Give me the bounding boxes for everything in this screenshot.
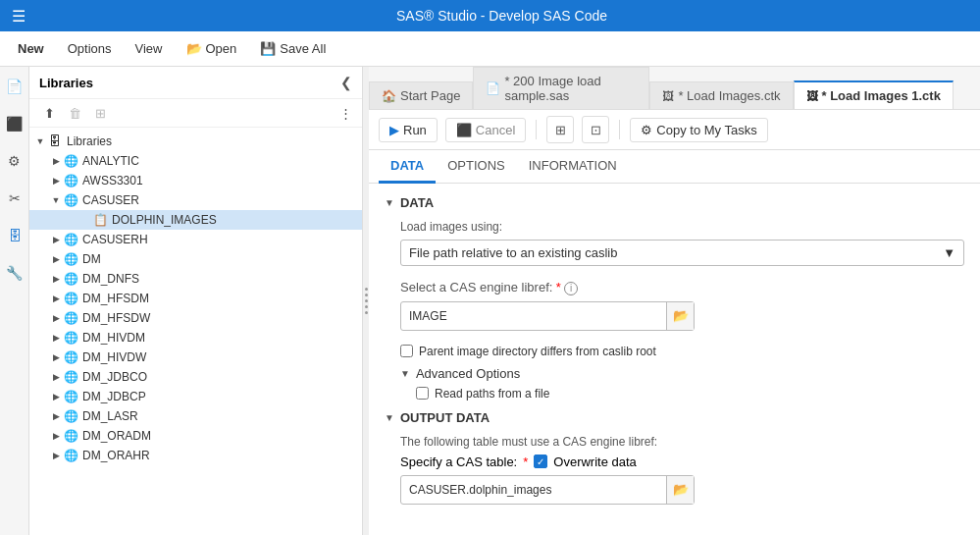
libraries-panel: Libraries ❮ ⬆ 🗑 ⊞ ⋮ ▼ 🗄 Libraries ▶ 🌐 AN…	[29, 67, 363, 535]
dropdown-arrow-icon: ▼	[943, 245, 955, 260]
upload-button[interactable]: ⬆	[39, 103, 59, 123]
read-paths-checkbox-row: Read paths from a file	[416, 387, 964, 401]
tab-image-load[interactable]: 📄 * 200 Image load sample.sas	[473, 67, 649, 109]
parent-image-checkbox[interactable]	[400, 345, 413, 357]
tree-item-dolphin-images[interactable]: 📋 DOLPHIN_IMAGES	[29, 210, 362, 230]
copy-to-tasks-button[interactable]: ⚙ Copy to My Tasks	[630, 118, 767, 142]
sas-file-icon: 📄	[486, 81, 500, 95]
library-icon: 🌐	[63, 192, 78, 208]
resize-dot	[365, 299, 368, 302]
tab-load-images-ctk[interactable]: 🖼 * Load Images.ctk	[649, 81, 793, 109]
output-section-header[interactable]: ▼ OUTPUT DATA	[385, 410, 964, 425]
tree-arrow: ▶	[49, 333, 63, 343]
load-method-dropdown[interactable]: File path relative to an existing caslib…	[400, 240, 964, 266]
toolbar-divider-2	[619, 120, 620, 139]
read-paths-label: Read paths from a file	[435, 387, 549, 401]
tree-item-dm[interactable]: ▶ 🌐 DM	[29, 249, 362, 269]
tree-arrow: ▶	[49, 156, 63, 166]
tree-item-dm-oradm[interactable]: ▶ 🌐 DM_ORADM	[29, 426, 362, 446]
tree-item-dm-hivdw[interactable]: ▶ 🌐 DM_HIVDW	[29, 348, 362, 367]
resize-dot	[365, 288, 368, 291]
sidebar-icon-code[interactable]: ⬛	[3, 112, 26, 135]
toolbar-icon-2[interactable]: ⊡	[582, 116, 609, 143]
tree-item-dm-hfsdw[interactable]: ▶ 🌐 DM_HFSDW	[29, 308, 362, 328]
tab-load-images-1[interactable]: 🖼 * Load Images 1.ctk	[794, 80, 954, 109]
sidebar-icon-snippets[interactable]: ✂	[3, 187, 26, 210]
sidebar-icon-tools[interactable]: 🔧	[3, 261, 26, 285]
toolbar-icon-1[interactable]: ⊞	[546, 116, 574, 143]
tree-arrow: ▶	[49, 411, 63, 421]
task-icon: 🖼	[662, 89, 674, 103]
library-icon: 🌐	[63, 330, 78, 346]
tree-item-casuserh[interactable]: ▶ 🌐 CASUSERH	[29, 230, 362, 249]
library-icon: 🌐	[63, 291, 78, 306]
open-icon: 📂	[186, 41, 202, 56]
section-title: DATA	[400, 195, 434, 210]
cancel-button[interactable]: ⬛ Cancel	[445, 118, 526, 142]
required-indicator-2: *	[523, 455, 528, 469]
overwrite-checkbox[interactable]: ✓	[534, 455, 547, 468]
tree-item-dm-hivdm[interactable]: ▶ 🌐 DM_HIVDM	[29, 328, 362, 348]
tree-arrow: ▶	[49, 451, 63, 460]
section-chevron: ▼	[385, 197, 394, 208]
run-button[interactable]: ▶ Run	[379, 118, 438, 142]
tree-label: DM	[82, 252, 101, 266]
advanced-options-header[interactable]: ▼ Advanced Options	[400, 366, 964, 381]
menu-save-all[interactable]: 💾 Save All	[250, 37, 335, 60]
tree-item-dm-hfsdm[interactable]: ▶ 🌐 DM_HFSDM	[29, 289, 362, 308]
library-icon: 🌐	[63, 251, 78, 267]
tab-start-page[interactable]: 🏠 Start Page	[369, 81, 473, 109]
menu-view[interactable]: View	[126, 37, 173, 60]
tree-item-dm-jdbcp[interactable]: ▶ 🌐 DM_JDBCP	[29, 387, 362, 406]
library-icon: 🌐	[63, 232, 78, 247]
sub-tab-options[interactable]: OPTIONS	[436, 150, 517, 184]
cas-libref-label: Select a CAS engine libref: * i	[400, 280, 964, 295]
cas-libref-input[interactable]	[401, 304, 666, 328]
tree-item-libraries-root[interactable]: ▼ 🗄 Libraries	[29, 132, 362, 151]
menu-open[interactable]: 📂 Open	[177, 37, 247, 60]
libraries-toolbar: ⬆ 🗑 ⊞ ⋮	[29, 99, 362, 128]
output-table-label: The following table must use a CAS engin…	[400, 435, 964, 449]
menu-new[interactable]: New	[8, 37, 54, 60]
tree-item-analytic[interactable]: ▶ 🌐 ANALYTIC	[29, 151, 362, 171]
cas-browse-button[interactable]: 📂	[666, 302, 694, 330]
tree-item-casuser[interactable]: ▼ 🌐 CASUSER	[29, 190, 362, 210]
tree-arrow: ▶	[49, 392, 63, 401]
tree-arrow: ▶	[49, 431, 63, 441]
menu-options[interactable]: Options	[58, 37, 122, 60]
cas-table-input[interactable]	[401, 478, 666, 502]
sidebar-icon-pages[interactable]: 📄	[3, 75, 26, 98]
tree-item-dm-jdbco[interactable]: ▶ 🌐 DM_JDBCO	[29, 367, 362, 387]
info-icon[interactable]: i	[564, 282, 578, 295]
specify-cas-table-row: Specify a CAS table: * ✓ Overwrite data	[400, 455, 964, 469]
sidebar-icon-libraries[interactable]: 🗄	[3, 224, 26, 247]
specify-label: Specify a CAS table:	[400, 455, 517, 469]
tree-item-awss3301[interactable]: ▶ 🌐 AWSS3301	[29, 171, 362, 190]
toolbar-divider	[536, 120, 537, 139]
more-options-button[interactable]: ⋮	[339, 106, 352, 121]
tree-label: DM_HIVDW	[82, 350, 146, 364]
required-indicator: *	[556, 280, 561, 294]
grid-button[interactable]: ⊞	[90, 103, 110, 123]
hamburger-icon[interactable]: ☰	[12, 7, 26, 26]
sub-tab-information[interactable]: INFORMATION	[517, 150, 629, 184]
copy-tasks-label: Copy to My Tasks	[656, 123, 756, 137]
tree-arrow: ▶	[49, 235, 63, 244]
tree-arrow: ▶	[49, 313, 63, 323]
library-icon: 🌐	[63, 408, 78, 424]
delete-button[interactable]: 🗑	[65, 103, 84, 123]
tree-label: DM_LASR	[82, 409, 138, 423]
tree-label: DM_ORADM	[82, 429, 151, 443]
sub-tab-data[interactable]: DATA	[379, 150, 436, 184]
tree-item-dm-dnfs[interactable]: ▶ 🌐 DM_DNFS	[29, 269, 362, 289]
tree-item-dm-orahr[interactable]: ▶ 🌐 DM_ORAHR	[29, 446, 362, 465]
data-section-header[interactable]: ▼ DATA	[385, 195, 964, 210]
tree-item-dm-lasr[interactable]: ▶ 🌐 DM_LASR	[29, 406, 362, 426]
content-area: 🏠 Start Page 📄 * 200 Image load sample.s…	[369, 67, 980, 535]
read-paths-checkbox[interactable]	[416, 387, 429, 400]
collapse-button[interactable]: ❮	[340, 75, 352, 90]
sidebar-icon-tasks[interactable]: ⚙	[3, 149, 26, 173]
cas-table-browse-button[interactable]: 📂	[666, 476, 694, 504]
libraries-header: Libraries ❮	[29, 67, 362, 99]
main-toolbar: ▶ Run ⬛ Cancel ⊞ ⊡ ⚙ Copy to My Tasks	[369, 110, 980, 150]
